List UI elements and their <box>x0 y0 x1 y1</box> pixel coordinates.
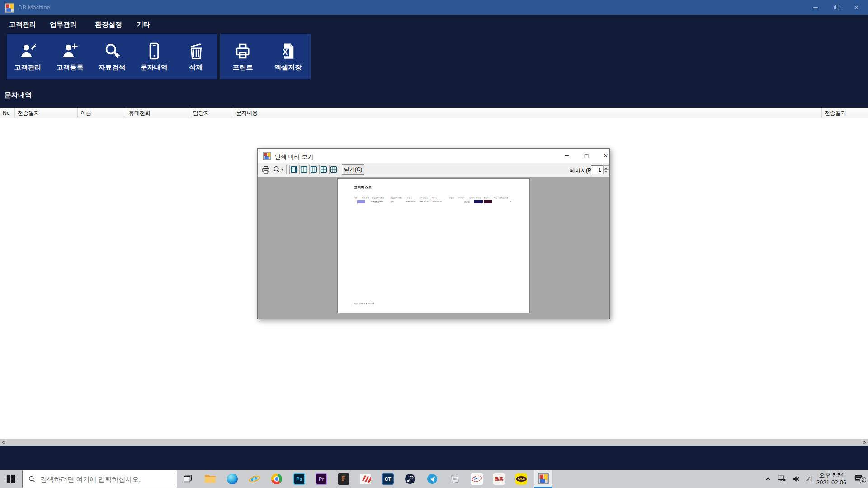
dialog-titlebar[interactable]: 인쇄 미리 보기 □ × <box>258 149 609 163</box>
speaker-icon <box>792 474 801 483</box>
menu-etc[interactable]: 기타 <box>137 20 150 29</box>
three-page-view-button[interactable] <box>309 165 318 174</box>
column-send-result[interactable]: 전송결과 <box>822 108 868 118</box>
tray-network-icon[interactable] <box>775 470 788 488</box>
red-stripes-app-icon[interactable] <box>357 470 375 488</box>
two-page-view-button[interactable] <box>299 165 308 174</box>
menu-work-mgmt[interactable]: 업무관리 <box>50 20 77 29</box>
task-view-button[interactable] <box>179 470 197 488</box>
tray-notification-button[interactable]: 2 <box>852 470 867 488</box>
column-name[interactable]: 이름 <box>78 108 126 118</box>
chrome-icon[interactable] <box>268 470 286 488</box>
three-page-icon <box>310 166 317 173</box>
doc-deposit-highlight-cell <box>474 200 483 203</box>
minimize-button[interactable] <box>807 0 825 15</box>
person-add-icon <box>61 42 80 61</box>
restore-button[interactable] <box>827 0 845 15</box>
window-title: DB Machine <box>18 4 50 11</box>
four-page-icon <box>320 166 327 173</box>
column-sms-content[interactable]: 문자내용 <box>233 108 822 118</box>
tray-volume-icon[interactable] <box>789 470 803 488</box>
f-tile-icon: F <box>338 473 349 485</box>
doc-cell: 1 <box>510 201 511 203</box>
ribbon-print-button[interactable]: 프린트 <box>220 34 265 79</box>
doc-col: 수신일 <box>407 197 412 199</box>
photoshop-icon[interactable]: Ps <box>290 470 308 488</box>
scroll-right-button[interactable]: > <box>862 439 868 446</box>
start-button[interactable] <box>2 470 20 488</box>
search-icon <box>103 42 122 61</box>
zoom-dropdown-arrow[interactable]: ▾ <box>281 168 283 172</box>
kakaotalk-icon[interactable]: TALK <box>512 470 530 488</box>
menu-settings[interactable]: 환경설정 <box>95 20 122 29</box>
premiere-icon[interactable]: Pr <box>312 470 330 488</box>
doc-col: 이름 <box>354 197 358 199</box>
telegram-icon[interactable] <box>423 470 441 488</box>
doc-col: 최초상담일 <box>419 197 428 199</box>
column-send-date[interactable]: 전송일자 <box>15 108 78 118</box>
ribbon-customer-add-button[interactable]: 고객등록 <box>49 34 91 79</box>
ribbon-excel-save-button[interactable]: X 엑셀저장 <box>265 34 311 79</box>
ribbon-data-search-button[interactable]: 자료검색 <box>91 34 133 79</box>
six-page-view-button[interactable] <box>329 165 338 174</box>
tray-ime-indicator[interactable]: 가 <box>804 470 815 488</box>
doc-cell: - <box>493 201 494 203</box>
ribbon-customer-mgmt-button[interactable]: 고객관리 <box>7 34 49 79</box>
dialog-maximize-button[interactable]: □ <box>578 149 594 163</box>
doc-col: 예수금 <box>476 197 481 199</box>
taskbar-search-box[interactable] <box>22 470 177 488</box>
ct-app-icon[interactable]: CT <box>379 470 397 488</box>
f-app-icon[interactable]: F <box>335 470 353 488</box>
dialog-close-button[interactable]: × <box>598 149 614 163</box>
edge-icon[interactable] <box>223 470 241 488</box>
doc-col: 리딩기간 <box>494 197 501 199</box>
four-page-view-button[interactable] <box>319 165 328 174</box>
horizontal-scrollbar[interactable]: < > <box>0 439 868 446</box>
column-no[interactable]: No <box>0 108 15 118</box>
red-hanja-app-icon[interactable]: 難美 <box>490 470 508 488</box>
app-titlebar: DB Machine × <box>0 0 868 15</box>
tray-clock[interactable]: 오후 5:54 2021-02-06 <box>814 472 849 486</box>
steam-logo-icon <box>405 474 415 484</box>
scissors-icon: ✂ <box>474 475 479 482</box>
page-down-button[interactable]: ▼ <box>603 169 609 174</box>
dialog-close-preview-button[interactable]: 닫기(C) <box>342 164 364 175</box>
doc-cell: 2021-02-05 <box>406 201 415 203</box>
menu-customer-mgmt[interactable]: 고객관리 <box>9 20 36 29</box>
column-mobile[interactable]: 휴대전화 <box>126 108 190 118</box>
steam-icon[interactable] <box>401 470 419 488</box>
capture-tool-icon[interactable]: ✂ <box>468 470 486 488</box>
app-icon <box>5 3 14 13</box>
doc-col: 담당자 <box>469 197 475 199</box>
page-number-input[interactable] <box>591 165 603 174</box>
filter-bar: 이름 유입경로 2. 1차콜/광고DB ▾ 유력 ▾ 담당자 전체 ▾ 휴대폰 … <box>0 446 868 470</box>
tray-show-hidden-icons[interactable] <box>762 470 774 488</box>
ribbon-delete-button[interactable]: 삭제 <box>175 34 217 79</box>
close-button[interactable]: × <box>847 0 865 15</box>
internet-explorer-icon[interactable]: e <box>245 470 264 488</box>
ps-tile-icon: Ps <box>293 473 305 485</box>
scroll-left-button[interactable]: < <box>0 439 6 446</box>
taskbar-search-input[interactable] <box>40 475 177 483</box>
taskbar: e Ps Pr F CT ✂ 難美 TALK 가 오후 5:54 <box>0 470 868 488</box>
one-page-view-button[interactable] <box>289 165 298 174</box>
ribbon-label: 삭제 <box>189 63 203 72</box>
two-page-icon <box>300 166 307 173</box>
list-header: No 전송일자 이름 휴대전화 담당자 문자내용 전송결과 <box>0 108 868 118</box>
doc-col: 휴대전화 <box>362 197 369 199</box>
person-edit-icon <box>19 42 38 61</box>
ribbon-sms-history-button[interactable]: 문자내역 <box>133 34 175 79</box>
db-machine-taskbar-icon[interactable] <box>534 470 552 488</box>
windows-logo-icon <box>6 474 15 483</box>
six-page-icon <box>330 166 337 173</box>
column-manager[interactable]: 담당자 <box>190 108 233 118</box>
dialog-app-icon <box>263 152 271 160</box>
kakao-talk-bubble: TALK <box>516 476 527 482</box>
red-stripes-icon <box>360 474 371 484</box>
zoom-icon[interactable] <box>273 165 281 174</box>
notepad-icon[interactable] <box>446 470 464 488</box>
dialog-minimize-button[interactable] <box>559 149 575 163</box>
print-icon[interactable] <box>261 165 270 174</box>
search-icon <box>28 475 36 483</box>
file-explorer-icon[interactable] <box>201 470 219 488</box>
